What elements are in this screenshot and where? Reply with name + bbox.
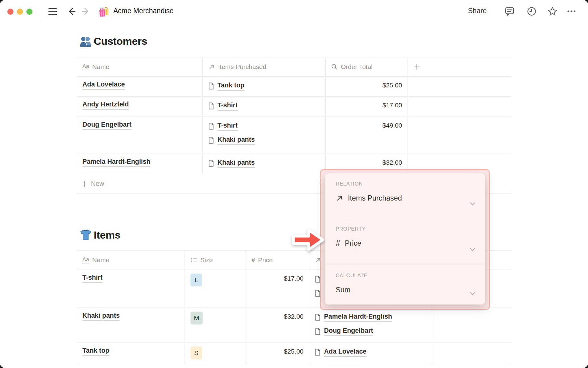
page-icon	[208, 137, 214, 144]
size-cell[interactable]: S	[185, 343, 246, 364]
customers-heading: Customers	[79, 34, 147, 48]
page-link[interactable]: Ada Lovelace	[324, 347, 367, 357]
relation-property-icon	[336, 194, 343, 202]
name-cell[interactable]: Doug Engelbart	[77, 117, 203, 154]
name-cell[interactable]: T-shirt	[77, 270, 185, 308]
column-header-order-total[interactable]: Order Total	[326, 57, 408, 76]
page-icon	[315, 314, 321, 321]
add-column-button[interactable]	[408, 57, 511, 76]
name-cell[interactable]: Tank top	[77, 343, 185, 364]
order-total-cell[interactable]: $25.00	[326, 77, 408, 96]
traffic-lights	[7, 9, 32, 15]
items-purchased-cell[interactable]: T-shirt	[203, 97, 326, 117]
name-cell[interactable]: Andy Hertzfeld	[77, 97, 203, 117]
size-badge: M	[190, 312, 203, 324]
page-link[interactable]: T-shirt	[217, 121, 238, 131]
chevron-down-icon	[469, 245, 477, 253]
app-window: Acme Merchandise Share Customers	[0, 0, 588, 368]
table-row: Doug Engelbart T-shirt Khaki pants $49.0…	[77, 117, 511, 154]
column-header-name[interactable]: Aa Name	[77, 57, 203, 76]
number-property-icon: #	[251, 256, 255, 264]
calculate-section-label: CALCULATE	[336, 273, 476, 279]
calculate-select[interactable]: Sum	[336, 286, 476, 294]
page-icon	[208, 102, 214, 109]
page-icon	[208, 160, 214, 167]
price-cell[interactable]: $17.00	[246, 270, 309, 308]
page-link[interactable]: Doug Engelbart	[324, 327, 373, 336]
page-link[interactable]: Ada Lovelace	[82, 80, 125, 90]
relation-section: RELATION Items Purchased	[325, 173, 485, 218]
chevron-down-icon	[469, 200, 477, 208]
name-cell[interactable]: Khaki pants	[77, 308, 185, 343]
column-header-price[interactable]: # Price	[246, 251, 309, 270]
items-purchased-cell[interactable]: Khaki pants	[203, 154, 326, 174]
column-header-name[interactable]: Aa Name	[77, 251, 185, 270]
page-link[interactable]: Tank top	[82, 347, 109, 356]
zoom-window-button[interactable]	[26, 9, 32, 15]
table-row: Andy Hertzfeld T-shirt $17.00	[77, 97, 511, 117]
customers-heading-text: Customers	[94, 35, 147, 47]
items-purchased-cell[interactable]: T-shirt Khaki pants	[203, 117, 326, 154]
property-section: PROPERTY # Price	[325, 218, 485, 265]
share-button[interactable]: Share	[468, 7, 487, 15]
items-heading-text: Items	[94, 229, 120, 241]
page-link[interactable]: T-shirt	[217, 101, 238, 111]
relation-section-label: RELATION	[336, 181, 476, 187]
page-link[interactable]: Khaki pants	[82, 312, 120, 321]
calculate-section: CALCULATE Sum	[325, 265, 485, 305]
items-purchased-cell[interactable]: Tank top	[203, 77, 326, 96]
purchasers-cell[interactable]: Ada Lovelace	[309, 343, 432, 364]
purchasers-cell[interactable]: Pamela Hardt-English Doug Engelbart	[309, 308, 432, 343]
name-cell[interactable]: Pamela Hardt-English	[77, 154, 203, 174]
page-link[interactable]: Pamela Hardt-English	[82, 158, 150, 167]
minimize-window-button[interactable]	[17, 9, 23, 15]
page-link[interactable]: Andy Hertzfeld	[82, 100, 129, 110]
add-property-icon	[413, 63, 420, 70]
chevron-down-icon	[469, 289, 477, 297]
close-window-button[interactable]	[7, 9, 13, 15]
page-icon	[315, 328, 321, 335]
page-link[interactable]: Pamela Hardt-English	[324, 312, 392, 322]
relation-select[interactable]: Items Purchased	[336, 194, 476, 202]
order-total-cell[interactable]: $49.00	[326, 117, 408, 154]
property-section-label: PROPERTY	[336, 226, 476, 232]
name-cell[interactable]: Ada Lovelace	[77, 77, 203, 96]
relation-property-icon	[208, 63, 215, 70]
price-cell[interactable]: $32.00	[246, 308, 309, 343]
rollup-config-popup: RELATION Items Purchased PROPERTY # Pric…	[325, 173, 485, 305]
column-header-size[interactable]: Size	[185, 251, 246, 270]
text-property-icon: Aa	[82, 63, 89, 70]
comments-icon[interactable]	[504, 6, 515, 17]
size-cell[interactable]: L	[185, 270, 246, 308]
tshirt-icon	[79, 228, 92, 242]
table-row: Khaki pants M $32.00 Pamela Hardt-Englis…	[77, 308, 511, 343]
page-icon	[208, 82, 214, 90]
select-property-icon	[190, 257, 197, 263]
sidebar-menu-icon[interactable]	[48, 8, 57, 15]
property-select[interactable]: # Price	[336, 239, 476, 247]
column-header-items-purchased[interactable]: Items Purchased	[203, 57, 326, 76]
customers-table-header: Aa Name Items Purchased Order Total	[77, 57, 511, 77]
page-title: Acme Merchandise	[113, 7, 174, 15]
people-icon	[79, 34, 92, 48]
order-total-cell[interactable]: $17.00	[326, 97, 408, 117]
favorite-icon[interactable]	[547, 6, 558, 17]
forward-icon[interactable]	[81, 6, 91, 17]
page-link[interactable]: Doug Engelbart	[82, 121, 131, 130]
more-icon[interactable]	[566, 6, 577, 17]
callout-arrow-icon	[290, 227, 326, 253]
price-cell[interactable]: $25.00	[246, 343, 309, 364]
rollup-property-icon	[331, 63, 338, 70]
back-icon[interactable]	[66, 6, 77, 17]
page-link[interactable]: Khaki pants	[217, 159, 255, 168]
title-bar: Acme Merchandise Share	[0, 0, 588, 23]
page-link[interactable]: T-shirt	[82, 274, 103, 283]
number-property-icon: #	[336, 239, 340, 247]
size-cell[interactable]: M	[185, 308, 246, 343]
page-link[interactable]: Khaki pants	[217, 136, 255, 145]
shopping-bags-icon	[98, 6, 110, 18]
size-badge: S	[190, 347, 202, 359]
text-property-icon: Aa	[82, 257, 89, 263]
page-link[interactable]: Tank top	[217, 81, 244, 91]
history-icon[interactable]	[526, 6, 537, 17]
